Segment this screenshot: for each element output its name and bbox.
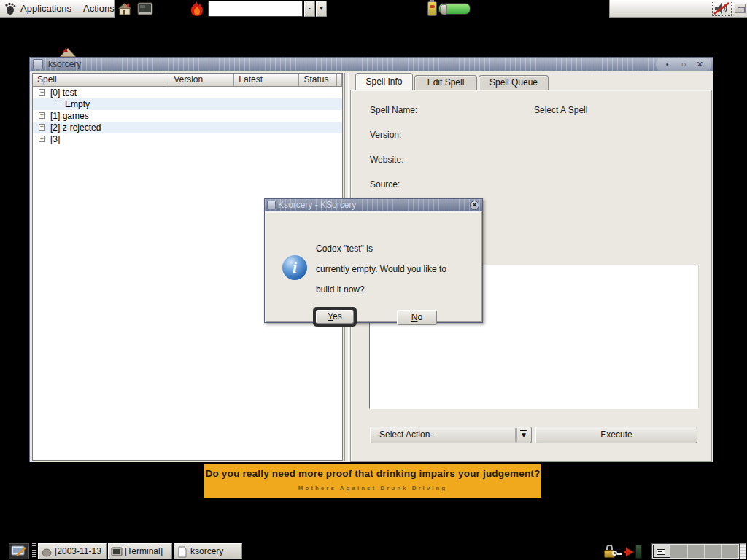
home-launcher-icon[interactable] [117,1,133,17]
tab-spell-info[interactable]: Spell Info [355,73,413,90]
workspace-5[interactable] [722,545,738,558]
dialog-title: Ksorcery - KSorcery [278,199,356,211]
battery-small-icon[interactable] [427,1,437,16]
tree-row-label: [0] test [50,87,77,98]
minimize-button[interactable]: • [662,60,672,69]
window-controls: • ○ ✕ [656,58,711,71]
website-label: Website: [370,155,403,165]
info-icon: i [282,255,307,280]
tree-header: Spell Version Latest Status [33,74,342,87]
applications-menu[interactable]: Applications [20,0,71,17]
tab-edit-spell[interactable]: Edit Spell [414,75,477,90]
logout-door-icon [635,545,642,559]
task-label: [2003-11-13 [55,546,101,556]
banner-headline: Do you really need more proof that drink… [204,468,541,479]
column-header-spell[interactable]: Spell [33,74,169,87]
window-menu-icon[interactable] [33,59,43,69]
version-label: Version: [370,130,401,140]
task-button-ksorcery[interactable]: ksorcery [174,543,242,559]
expand-icon[interactable]: + [39,124,45,131]
collapse-icon[interactable]: − [39,89,45,96]
command-history-dropdown-button[interactable]: ▼ [316,1,327,17]
workspace-2[interactable] [670,545,687,558]
dialog-titlebar[interactable]: Ksorcery - KSorcery ✕ [265,199,482,211]
expand-icon[interactable]: + [39,112,45,119]
flame-launcher-icon[interactable] [187,1,207,17]
default-button-ring: Yes [313,307,357,327]
tree-row-label: [2] z-rejected [50,122,101,133]
task-button-2003-11-13[interactable]: [2003-11-13 [38,543,107,559]
expand-icon[interactable]: + [39,136,45,142]
spell-name-label: Spell Name: [370,105,417,115]
dialog-message-line: currently empty. Would you like to [316,264,446,274]
taskbar-drag-handle[interactable] [32,543,36,559]
tree-row-test[interactable]: − [0] test [33,87,342,98]
terminal-launcher-icon[interactable] [137,1,153,18]
no-button[interactable]: No [397,310,437,325]
workspace-4[interactable] [705,545,721,558]
yes-button[interactable]: Yes [316,310,354,324]
lock-key-icon [612,551,617,556]
top-panel: Applications Actions • ▼ Thu Nov 13, 13:… [0,0,747,18]
ksorcery-dialog: Ksorcery - KSorcery ✕ i Codex "test" is … [264,198,483,323]
volume-muted-applet[interactable] [712,1,732,16]
spell-name-value: Select A Spell [534,105,587,115]
lock-screen-button[interactable] [604,545,620,559]
tree-elbow-line [55,98,63,104]
column-header-version[interactable]: Version [169,74,234,87]
task-button-terminal[interactable]: [Terminal] [108,543,172,559]
logout-button[interactable] [626,545,642,559]
source-label: Source: [370,179,400,190]
window-title: ksorcery [48,58,81,71]
workspace-1[interactable] [653,545,670,558]
select-action-value: -Select Action- [376,429,433,440]
column-header-latest[interactable]: Latest [234,74,299,87]
task-icon-document [177,546,188,558]
dialog-close-button[interactable]: ✕ [470,201,479,210]
tree-row-z-rejected[interactable]: + [2] z-rejected [33,122,342,133]
panel-hide-strip[interactable] [740,543,746,559]
maximize-button[interactable]: ○ [679,60,689,69]
actions-menu[interactable]: Actions [83,0,115,17]
logout-arrow-icon [626,548,634,556]
column-header-filler [337,74,342,87]
command-line-input[interactable] [208,1,303,17]
no-button-label: No [398,311,436,324]
tray-mini-icon[interactable] [735,4,746,13]
tree-row-label: [3] [50,133,60,145]
tree-row-empty[interactable]: Empty [33,98,342,110]
command-run-button[interactable]: • [304,1,315,17]
screenshot-tool-icon [9,544,28,559]
task-label: ksorcery [190,546,223,556]
speaker-muted-icon [713,1,731,15]
execute-button[interactable]: Execute [535,427,697,443]
battery-charge-indicator[interactable] [438,3,471,15]
task-label: [Terminal] [125,546,163,556]
advertisement-banner[interactable]: Do you really need more proof that drink… [204,464,541,498]
workspace-pager [652,544,739,559]
yes-button-label: Yes [317,311,353,323]
screenshot-tool-button[interactable] [9,543,29,559]
tree-row-3[interactable]: + [3] [33,133,342,145]
panel-menu-segment: Applications Actions [0,0,115,18]
dialog-window-icon [267,201,276,209]
task-icon-blob [41,546,53,558]
workspace-3[interactable] [688,545,705,558]
tab-spell-queue[interactable]: Spell Queue [479,75,549,90]
workspace-window-marker [657,549,665,555]
dialog-message-line: build it now? [316,284,365,295]
bottom-taskbar: [2003-11-13 [Terminal] ksorcery [0,542,747,560]
select-action-dropdown[interactable]: -Select Action- ▼ [370,427,532,443]
desktop-peek-icon [58,46,77,58]
dropdown-arrow-icon[interactable]: ▼ [515,428,530,442]
close-button[interactable]: ✕ [695,60,705,69]
tree-row-games[interactable]: + [1] games [33,110,342,122]
dialog-body: i Codex "test" is currently empty. Would… [265,211,482,322]
task-icon-terminal [111,546,123,558]
column-header-status[interactable]: Status [299,74,337,87]
banner-subline: Mothers Against Drunk Driving [204,485,541,491]
tree-rows: − [0] test Empty + [1] games + [2] z-rej… [33,87,342,145]
tree-row-label: Empty [65,98,90,110]
window-titlebar[interactable]: ksorcery • ○ ✕ [30,58,713,71]
gnome-foot-icon[interactable] [4,2,17,15]
